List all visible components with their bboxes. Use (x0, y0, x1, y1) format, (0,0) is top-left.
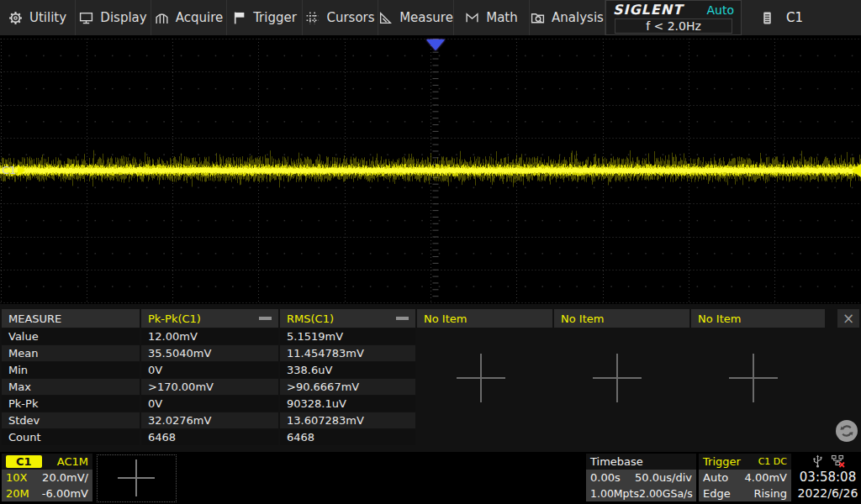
trigger-level-marker[interactable] (852, 164, 861, 177)
menu-item-label: Cursors (326, 10, 374, 25)
usb-icon (811, 454, 824, 468)
menu-item-label: Trigger (253, 10, 297, 25)
analysis-icon (531, 11, 545, 25)
stat-value: >90.6667mV (280, 379, 415, 395)
menu-item-display[interactable]: Display (76, 0, 151, 35)
gear-icon (8, 11, 23, 25)
measure-column-header[interactable]: Pk-Pk(C1) (141, 309, 278, 328)
timebase-samplerate: 2.00GSa/s (639, 487, 693, 500)
measure-table-header: MEASUREPk-Pk(C1)RMS(C1)No ItemNo ItemNo … (2, 309, 825, 328)
trigger-mode: Auto (703, 471, 728, 484)
menu-items: UtilityDisplayAcquireTriggerCursorsMeasu… (0, 0, 605, 35)
remove-measurement-button[interactable] (396, 317, 409, 320)
trigger-title: Trigger (703, 455, 741, 468)
frequency-counter: f < 2.0Hz (615, 18, 732, 34)
add-measurement-button[interactable] (593, 354, 642, 402)
active-channel-label: C1 (786, 10, 803, 25)
channel-offset-marker[interactable]: C1 (2, 164, 25, 176)
lan-disconnected-icon (831, 454, 845, 468)
add-channel-button[interactable] (97, 454, 177, 502)
measure-column-label: No Item (561, 312, 604, 325)
trigger-descriptor-box[interactable]: Trigger C1 DC Auto 4.00mV Edge Rising (699, 454, 791, 501)
flag-icon (232, 11, 246, 25)
siglent-panel: SIGLENT Auto f < 2.0Hz (605, 0, 742, 35)
stat-value: 6468 (280, 429, 415, 445)
measure-panel: MEASUREPk-Pk(C1)RMS(C1)No ItemNo ItemNo … (0, 304, 861, 452)
measure-column-header[interactable]: No Item (417, 309, 552, 328)
menu-item-math[interactable]: Math (454, 0, 530, 35)
trigger-slope: Rising (753, 487, 787, 500)
channel1-offset: -6.00mV (42, 487, 88, 500)
measure-column-header[interactable]: No Item (691, 309, 825, 328)
reset-statistics-button[interactable] (836, 420, 858, 442)
stat-label: Max (2, 379, 140, 395)
table-row: Value12.00mV5.1519mV (2, 328, 415, 344)
trigger-status-badge: Auto (706, 3, 734, 17)
table-row: Mean35.5040mV11.454783mV (2, 345, 415, 361)
timebase-title: Timebase (590, 455, 643, 468)
table-row: Stdev32.0276mV13.607283mV (2, 412, 415, 428)
status-area: 03:58:08 2022/6/26 (795, 454, 861, 501)
measure-column-label: No Item (424, 312, 467, 325)
measure-column-label: RMS(C1) (287, 312, 334, 325)
measure-column-header[interactable]: RMS(C1) (280, 309, 415, 328)
timebase-scale: 50.0us/div (635, 471, 692, 484)
stat-label: Value (2, 328, 140, 344)
menu-bar: UtilityDisplayAcquireTriggerCursorsMeasu… (0, 0, 861, 37)
timebase-descriptor-box[interactable]: Timebase 0.00s 50.0us/div 1.00Mpts 2.00G… (586, 454, 696, 501)
close-measure-button[interactable]: × (837, 309, 859, 328)
menu-item-label: Math (486, 10, 518, 25)
measure-table-title: MEASURE (2, 309, 140, 328)
channel1-probe: 10X (6, 471, 27, 484)
timebase-delay: 0.00s (590, 471, 621, 484)
channel-offset-arrow-icon (18, 165, 25, 176)
stat-value: 11.454783mV (280, 345, 415, 361)
stat-value: 32.0276mV (141, 412, 278, 428)
menu-item-trigger[interactable]: Trigger (227, 0, 303, 35)
add-measurement-button[interactable] (457, 354, 505, 402)
display-icon (79, 11, 93, 25)
add-measurement-button[interactable] (729, 354, 778, 402)
trigger-source: C1 DC (758, 456, 787, 467)
siglent-logo: SIGLENT (613, 2, 683, 18)
refresh-icon (838, 423, 855, 439)
menu-item-label: Display (100, 10, 146, 25)
oscilloscope-screen: UtilityDisplayAcquireTriggerCursorsMeasu… (0, 0, 861, 504)
menu-item-label: Measure (399, 10, 453, 25)
menu-item-label: Analysis (552, 10, 604, 25)
stat-value: 0V (141, 396, 278, 412)
menu-item-analysis[interactable]: Analysis (530, 0, 605, 35)
stat-value: >170.00mV (141, 379, 278, 395)
measure-column-header[interactable]: No Item (554, 309, 689, 328)
stat-label: Count (2, 429, 140, 445)
stat-value: 5.1519mV (280, 328, 415, 344)
bottom-bar: C1 AC1M 10X 20.0mV/ 20M -6.00mV Timebase… (0, 452, 861, 504)
remove-measurement-button[interactable] (259, 317, 272, 320)
waveform-canvas (0, 35, 861, 304)
menu-item-acquire[interactable]: Acquire (151, 0, 227, 35)
table-row: Pk-Pk0V90328.1uV (2, 396, 415, 412)
table-row: Min0V338.6uV (2, 362, 415, 378)
channel1-coupling: AC1M (57, 455, 88, 468)
measure-column-label: No Item (698, 312, 741, 325)
measure-column-label: Pk-Pk(C1) (148, 312, 201, 325)
channel1-descriptor-box[interactable]: C1 AC1M 10X 20.0mV/ 20M -6.00mV (2, 454, 92, 501)
channel-quick-menu[interactable]: C1 (742, 0, 803, 35)
cursors-icon (305, 11, 320, 25)
menu-item-utility[interactable]: Utility (0, 0, 76, 35)
menu-item-label: Utility (29, 10, 66, 25)
menu-item-measure[interactable]: Measure (378, 0, 454, 35)
channel1-badge: C1 (6, 455, 42, 468)
stat-value: 12.00mV (141, 328, 278, 344)
stat-value: 6468 (141, 429, 278, 445)
stat-value: 0V (141, 362, 278, 378)
table-row: Count64686468 (2, 429, 415, 445)
menu-item-cursors[interactable]: Cursors (303, 0, 378, 35)
math-icon (465, 11, 479, 25)
clock-time: 03:58:08 (800, 470, 856, 485)
plus-icon (118, 459, 155, 496)
stat-label: Min (2, 362, 140, 378)
channel1-bandwidth: 20M (6, 487, 29, 500)
stat-label: Pk-Pk (2, 396, 140, 412)
trigger-position-marker[interactable] (426, 39, 445, 50)
